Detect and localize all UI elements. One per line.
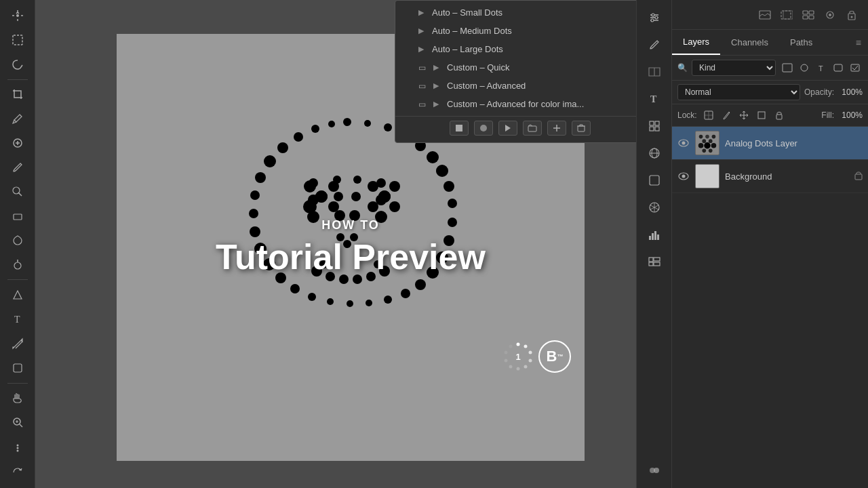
svg-rect-109 — [652, 233, 654, 240]
svg-point-28 — [366, 300, 372, 306]
action-stop-btn[interactable] — [450, 121, 469, 136]
tool-crop[interactable] — [5, 83, 30, 106]
action-record-btn[interactable] — [474, 121, 493, 136]
blend-modes-icon[interactable] — [642, 60, 667, 84]
svg-rect-91 — [456, 125, 462, 131]
tool-more[interactable] — [5, 436, 30, 460]
lock-all-btn[interactable] — [772, 108, 787, 123]
tool-lasso[interactable] — [5, 53, 30, 76]
blend-mode-select[interactable]: Normal — [677, 84, 800, 100]
filter-text-btn[interactable]: T — [814, 60, 829, 75]
panel-icon-grid[interactable] — [799, 7, 818, 22]
fill-value[interactable]: 100% — [838, 110, 863, 120]
tool-eyedropper[interactable] — [5, 107, 30, 130]
char-paragraph-icon[interactable]: T — [642, 87, 667, 111]
menu-item-auto-medium-dots[interactable]: ✓ ▶ Auto – Medium Dots — [395, 22, 636, 40]
bg-thumb-svg — [696, 164, 719, 188]
filter-shape-btn[interactable] — [831, 60, 846, 75]
folder-icon-custom-advanced: ▭ — [418, 81, 429, 91]
svg-point-31 — [308, 293, 316, 301]
tool-heal[interactable] — [5, 131, 30, 155]
menu-item-custom-advanced-color[interactable]: ✓ ▭ ▶ Custom – Advanced for color ima... — [395, 95, 636, 113]
opacity-value[interactable]: 100% — [838, 87, 863, 97]
tool-text[interactable]: T — [5, 308, 30, 331]
3d-icon[interactable] — [642, 141, 667, 165]
svg-point-9 — [16, 445, 18, 447]
panel-icon-image[interactable] — [755, 7, 774, 22]
layer-row-analog-dots[interactable]: Analog Dots Layer — [672, 127, 868, 160]
opacity-label: Opacity: — [804, 87, 834, 97]
action-delete-btn[interactable] — [572, 121, 591, 136]
color-swatches-icon[interactable] — [642, 195, 667, 220]
lock-pixel-btn[interactable] — [701, 108, 716, 123]
menu-item-auto-small-dots[interactable]: ✓ ▶ Auto – Small Dots — [395, 3, 636, 22]
action-add-btn[interactable] — [547, 121, 566, 136]
menu-item-custom-advanced[interactable]: ✓ ▭ ▶ Custom – Advanced — [395, 77, 636, 95]
svg-point-29 — [347, 300, 353, 307]
svg-point-149 — [709, 149, 713, 153]
filter-kind-select[interactable]: Kind — [692, 60, 776, 76]
layer-row-background[interactable]: Background — [672, 160, 868, 193]
layer-visibility-analog-dots[interactable] — [677, 137, 690, 149]
svg-text:T: T — [818, 64, 823, 73]
action-folder-btn[interactable] — [523, 121, 542, 136]
tool-brush[interactable] — [5, 156, 30, 179]
filter-pixel-btn[interactable] — [780, 60, 795, 75]
mouse-cursor — [635, 5, 636, 25]
tool-rotate[interactable] — [5, 461, 30, 484]
tool-zoom[interactable] — [5, 411, 30, 434]
shapes-icon[interactable] — [642, 168, 667, 192]
svg-point-88 — [505, 351, 508, 354]
svg-point-17 — [427, 151, 439, 163]
svg-marker-93 — [505, 125, 511, 131]
svg-rect-95 — [578, 126, 585, 131]
lock-brush-btn[interactable] — [719, 108, 734, 123]
history-brush-icon[interactable] — [642, 33, 667, 57]
lock-artboard-btn[interactable] — [754, 108, 769, 123]
tool-pen[interactable] — [5, 283, 30, 306]
panel-collapse-btn[interactable]: ≡ — [849, 32, 868, 54]
svg-point-38 — [250, 190, 260, 200]
dropdown-menu: ✓ ▶ Auto – Small Dots ✓ ▶ Auto – Medium … — [395, 0, 636, 143]
menu-item-auto-large-dots[interactable]: ✓ ▶ Auto – Large Dots — [395, 40, 636, 58]
arrow-icon-custom-advanced-color: ▶ — [433, 100, 443, 108]
menu-label-medium-dots: Auto – Medium Dots — [432, 26, 636, 36]
tool-hand[interactable] — [5, 386, 30, 409]
panel-icon-lock[interactable] — [842, 7, 861, 22]
lock-move-btn[interactable] — [736, 108, 751, 123]
info-icon[interactable] — [642, 249, 667, 274]
tool-path-select[interactable] — [5, 332, 30, 355]
histogram-icon[interactable] — [642, 222, 667, 247]
channels-r-icon — [781, 10, 793, 20]
svg-rect-110 — [654, 231, 656, 240]
tool-clone[interactable] — [5, 180, 30, 203]
tool-dodge[interactable] — [5, 253, 30, 276]
analog-thumb-svg — [696, 131, 719, 155]
menu-item-custom-quick[interactable]: ✓ ▭ ▶ Custom – Quick — [395, 58, 636, 77]
tool-shape[interactable] — [5, 357, 30, 380]
svg-point-47 — [353, 176, 361, 184]
svg-point-57 — [303, 200, 317, 214]
tool-eraser[interactable] — [5, 205, 30, 228]
tab-channels[interactable]: Channels — [720, 30, 779, 54]
panel-icon-channels[interactable] — [777, 7, 796, 22]
swatches-icon[interactable] — [642, 458, 667, 483]
adjustments-icon[interactable] — [642, 5, 667, 30]
add-icon — [552, 123, 561, 133]
panel-icon-adjustments[interactable] — [821, 7, 840, 22]
tab-paths[interactable]: Paths — [779, 30, 823, 54]
brand-logo: B™ — [538, 340, 571, 373]
tool-move[interactable] — [5, 4, 30, 27]
tool-blur[interactable] — [5, 229, 30, 252]
svg-rect-124 — [809, 16, 814, 19]
eye-icon-analog — [678, 139, 689, 147]
tool-select[interactable] — [5, 28, 30, 52]
stop-icon — [454, 123, 464, 133]
menu-label-custom-quick: Custom – Quick — [447, 62, 636, 73]
action-play-btn[interactable] — [498, 121, 517, 136]
filter-adjustment-btn[interactable] — [797, 60, 812, 75]
tab-layers[interactable]: Layers — [672, 30, 720, 55]
layer-visibility-background[interactable] — [677, 170, 690, 182]
filter-smart-btn[interactable] — [848, 60, 863, 75]
properties-icon[interactable] — [642, 114, 667, 138]
